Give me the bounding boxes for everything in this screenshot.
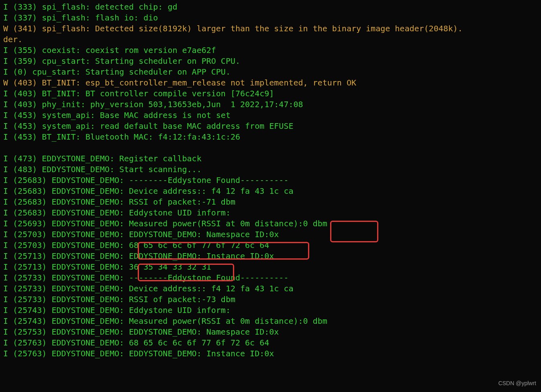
- log-line: I (25703) EDDYSTONE_DEMO: 68 65 6c 6c 6f…: [3, 240, 274, 250]
- log-line: W (341) spi_flash: Detected size(8192k) …: [3, 24, 463, 33]
- log-line: W (403) BT_INIT: esp_bt_controller_mem_r…: [3, 78, 356, 87]
- log-line: I (453) BT_INIT: Bluetooth MAC: f4:12:fa…: [3, 132, 240, 142]
- log-line: I (25733) EDDYSTONE_DEMO: Device address…: [3, 284, 293, 293]
- log-line: I (25703) EDDYSTONE_DEMO: EDDYSTONE_DEMO…: [3, 230, 279, 239]
- log-line: I (25763) EDDYSTONE_DEMO: EDDYSTONE_DEMO…: [3, 349, 274, 358]
- log-line: I (0) cpu_start: Starting scheduler on A…: [3, 67, 231, 77]
- log-line: I (359) cpu_start: Starting scheduler on…: [3, 56, 240, 66]
- log-line: I (355) coexist: coexist rom version e7a…: [3, 45, 216, 55]
- log-line: I (403) BT_INIT: BT controller compile v…: [3, 89, 274, 98]
- log-line: I (337) spi_flash: flash io: dio: [3, 13, 158, 22]
- log-line: I (25693) EDDYSTONE_DEMO: Measured power…: [3, 219, 327, 228]
- log-line: I (25743) EDDYSTONE_DEMO: Measured power…: [3, 316, 327, 326]
- log-line: I (25753) EDDYSTONE_DEMO: EDDYSTONE_DEMO…: [3, 327, 279, 337]
- log-line: I (25733) EDDYSTONE_DEMO: RSSI of packet…: [3, 295, 235, 304]
- log-line: I (483) EDDYSTONE_DEMO: Start scanning..…: [3, 165, 202, 174]
- log-line: I (25683) EDDYSTONE_DEMO: Device address…: [3, 186, 293, 196]
- log-line: I (333) spi_flash: detected chip: gd: [3, 2, 177, 12]
- log-line: I (25713) EDDYSTONE_DEMO: EDDYSTONE_DEMO…: [3, 251, 274, 261]
- log-line: I (25763) EDDYSTONE_DEMO: 68 65 6c 6c 6f…: [3, 338, 274, 347]
- log-line: I (25683) EDDYSTONE_DEMO: --------Eddyst…: [3, 175, 288, 185]
- log-line: der.: [3, 35, 22, 44]
- log-line: I (403) phy_init: phy_version 503,13653e…: [3, 100, 303, 109]
- log-line: I (453) system_api: Base MAC address is …: [3, 110, 231, 120]
- log-line: I (25683) EDDYSTONE_DEMO: RSSI of packet…: [3, 197, 235, 207]
- log-line: I (473) EDDYSTONE_DEMO: Register callbac…: [3, 154, 202, 163]
- log-line: I (25713) EDDYSTONE_DEMO: 36 35 34 33 32…: [3, 262, 216, 272]
- log-line: I (25683) EDDYSTONE_DEMO: Eddystone UID …: [3, 208, 231, 217]
- watermark: CSDN @yplwrt: [498, 380, 536, 386]
- log-line: I (25743) EDDYSTONE_DEMO: Eddystone UID …: [3, 305, 231, 315]
- log-line: I (25733) EDDYSTONE_DEMO: --------Eddyst…: [3, 273, 288, 282]
- log-line: I (453) system_api: read default base MA…: [3, 121, 293, 131]
- terminal-output: I (333) spi_flash: detected chip: gd I (…: [0, 0, 541, 361]
